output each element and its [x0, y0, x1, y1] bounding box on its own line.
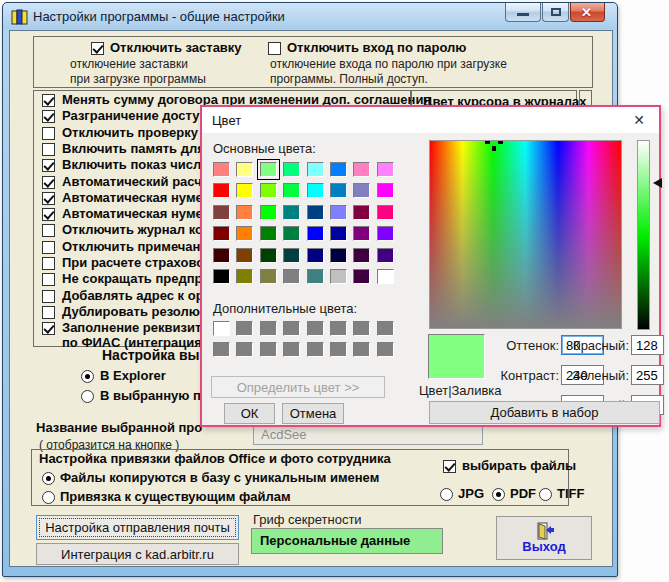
color-swatch[interactable] [377, 321, 394, 336]
color-swatch[interactable] [283, 226, 300, 241]
disable-password-checkbox[interactable] [268, 42, 281, 55]
option-checkbox[interactable] [42, 257, 55, 270]
color-swatch[interactable] [330, 342, 347, 357]
option-checkbox[interactable] [42, 224, 55, 237]
titlebar[interactable]: Настройки программы - общие настройки ✕ [3, 3, 617, 30]
add-to-custom-button[interactable]: Добавить в набор [429, 401, 660, 424]
radio-jpg[interactable] [440, 488, 453, 501]
color-swatch[interactable] [213, 342, 230, 357]
color-swatch[interactable] [260, 226, 277, 241]
color-swatch[interactable] [330, 226, 347, 241]
radio-custom-program[interactable] [81, 390, 94, 403]
color-swatch[interactable] [213, 205, 230, 220]
color-swatch[interactable] [260, 321, 277, 336]
minimize-button[interactable] [505, 3, 541, 22]
option-checkbox[interactable] [42, 143, 55, 156]
color-swatch[interactable] [307, 162, 324, 177]
color-swatch[interactable] [236, 321, 253, 336]
color-swatch[interactable] [307, 269, 324, 284]
option-checkbox[interactable] [42, 322, 55, 335]
option-checkbox[interactable] [42, 273, 55, 286]
color-swatch[interactable] [377, 226, 394, 241]
color-swatch[interactable] [283, 269, 300, 284]
color-swatch[interactable] [353, 205, 370, 220]
color-swatch[interactable] [377, 342, 394, 357]
color-swatch[interactable] [353, 226, 370, 241]
select-files-checkbox[interactable] [443, 460, 456, 473]
color-swatch[interactable] [260, 205, 277, 220]
color-swatch[interactable] [213, 183, 230, 198]
color-swatch[interactable] [307, 205, 324, 220]
color-swatch[interactable] [236, 248, 253, 263]
color-swatch[interactable] [353, 269, 370, 284]
cancel-button[interactable]: Отмена [282, 403, 344, 424]
disable-splash-checkbox[interactable] [91, 42, 104, 55]
luminance-slider[interactable] [637, 140, 650, 330]
color-swatch[interactable] [330, 162, 347, 177]
maximize-button[interactable] [542, 3, 569, 22]
color-swatch[interactable] [213, 248, 230, 263]
color-swatch[interactable] [307, 183, 324, 198]
color-swatch[interactable] [377, 162, 394, 177]
color-swatch[interactable] [377, 183, 394, 198]
color-swatch[interactable] [330, 183, 347, 198]
color-swatch[interactable] [377, 248, 394, 263]
kad-integration-button[interactable]: Интеграция с kad.arbitr.ru [36, 543, 239, 565]
define-color-button[interactable]: Определить цвет >> [211, 376, 385, 398]
radio-link-files[interactable] [42, 491, 55, 504]
color-swatch[interactable] [353, 248, 370, 263]
color-swatch[interactable] [213, 321, 230, 336]
secrecy-field[interactable]: Персональные данные [251, 528, 443, 554]
hue-saturation-field[interactable] [429, 140, 622, 329]
color-swatch[interactable] [236, 183, 253, 198]
exit-button[interactable]: Выход [496, 516, 592, 560]
option-checkbox[interactable] [42, 290, 55, 303]
color-swatch[interactable] [236, 205, 253, 220]
color-swatch[interactable] [260, 269, 277, 284]
color-swatch[interactable] [283, 342, 300, 357]
option-checkbox[interactable] [42, 241, 55, 254]
color-swatch[interactable] [330, 269, 347, 284]
option-checkbox[interactable] [42, 110, 55, 123]
color-swatch[interactable] [213, 162, 230, 177]
mail-settings-button[interactable]: Настройка отправления почты [36, 515, 239, 540]
option-checkbox[interactable] [42, 208, 55, 221]
slider-arrow-icon[interactable] [653, 178, 662, 188]
color-swatch[interactable] [260, 183, 277, 198]
color-swatch[interactable] [283, 321, 300, 336]
color-swatch[interactable] [353, 321, 370, 336]
color-swatch[interactable] [377, 205, 394, 220]
radio-pdf[interactable] [492, 488, 505, 501]
color-dialog-titlebar[interactable]: Цвет ✕ [202, 107, 659, 133]
option-checkbox[interactable] [42, 159, 55, 172]
color-swatch[interactable] [236, 226, 253, 241]
option-checkbox[interactable] [42, 192, 55, 205]
color-swatch[interactable] [283, 183, 300, 198]
color-swatch[interactable] [307, 321, 324, 336]
color-swatch[interactable] [236, 162, 253, 177]
color-swatch[interactable] [283, 248, 300, 263]
option-checkbox[interactable] [42, 176, 55, 189]
color-swatch[interactable] [307, 226, 324, 241]
color-swatch[interactable] [213, 226, 230, 241]
color-swatch[interactable] [213, 269, 230, 284]
green-field[interactable]: 255 [631, 365, 664, 385]
close-button[interactable]: ✕ [570, 3, 605, 22]
color-swatch[interactable] [260, 162, 277, 177]
color-swatch[interactable] [353, 162, 370, 177]
option-checkbox[interactable] [42, 94, 55, 107]
color-swatch[interactable] [377, 269, 394, 284]
option-checkbox[interactable] [42, 306, 55, 319]
color-swatch[interactable] [236, 269, 253, 284]
color-swatch[interactable] [283, 205, 300, 220]
radio-tiff[interactable] [539, 488, 552, 501]
color-swatch[interactable] [353, 183, 370, 198]
color-swatch[interactable] [353, 342, 370, 357]
color-swatch[interactable] [236, 342, 253, 357]
color-swatch[interactable] [330, 205, 347, 220]
color-swatch[interactable] [307, 342, 324, 357]
red-field[interactable]: 128 [631, 335, 664, 355]
radio-explorer[interactable] [81, 370, 94, 383]
dialog-close-icon[interactable]: ✕ [619, 107, 659, 133]
color-swatch[interactable] [283, 162, 300, 177]
